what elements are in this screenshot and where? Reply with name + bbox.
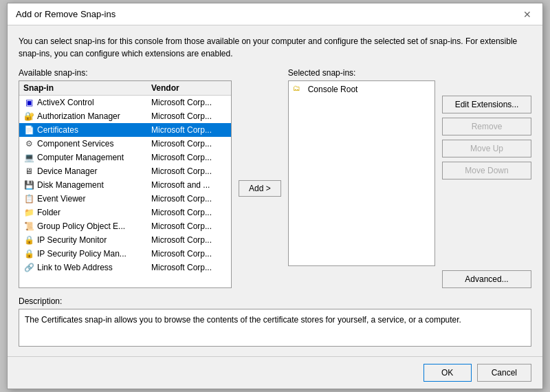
ok-button[interactable]: OK <box>424 364 472 382</box>
item-icon-component: ⚙ <box>23 138 34 149</box>
available-item[interactable]: 🔒 IP Security Policy Man... Microsoft Co… <box>19 247 231 261</box>
item-icon-ip: 🔒 <box>23 235 34 246</box>
item-name: Computer Management <box>37 153 151 162</box>
advanced-button[interactable]: Advanced... <box>442 270 531 288</box>
available-list[interactable]: Snap-in Vendor ▣ ActiveX Control Microso… <box>19 80 232 288</box>
right-section: 🗂 Console Root Edit Extensions... Remove… <box>288 80 531 266</box>
move-up-button[interactable]: Move Up <box>442 140 531 157</box>
item-vendor: Microsoft Corp... <box>151 263 227 272</box>
available-list-header: Snap-in Vendor <box>19 81 231 96</box>
item-vendor: Microsoft Corp... <box>151 153 227 162</box>
close-button[interactable]: ✕ <box>520 8 534 21</box>
available-item[interactable]: 📄 Certificates Microsoft Corp... <box>19 123 231 137</box>
description-label: Description: <box>19 296 531 306</box>
available-panel: Available snap-ins: Snap-in Vendor ▣ Act… <box>19 68 232 288</box>
dialog-title: Add or Remove Snap-ins <box>16 9 116 19</box>
header-vendor: Vendor <box>151 83 227 93</box>
advanced-row: Advanced... <box>288 270 531 288</box>
cancel-button[interactable]: Cancel <box>477 364 531 382</box>
item-name: Link to Web Address <box>37 263 151 272</box>
item-icon-ip: 🔒 <box>23 248 34 259</box>
middle-panel: Add > <box>232 68 288 288</box>
item-name: Group Policy Object E... <box>37 221 151 231</box>
available-item[interactable]: ⚙ Component Services Microsoft Corp... <box>19 137 231 151</box>
item-vendor: Microsoft Corp... <box>151 208 227 217</box>
selected-list[interactable]: 🗂 Console Root <box>288 80 435 266</box>
available-item[interactable]: 🔗 Link to Web Address Microsoft Corp... <box>19 261 231 274</box>
item-icon-auth: 🔐 <box>23 111 34 122</box>
item-name: Device Manager <box>37 166 151 176</box>
available-item[interactable]: 🖥 Device Manager Microsoft Corp... <box>19 164 231 178</box>
available-item[interactable]: 🔐 Authorization Manager Microsoft Corp..… <box>19 109 231 123</box>
item-name: IP Security Monitor <box>37 235 151 245</box>
remove-button[interactable]: Remove <box>442 118 531 135</box>
panels-row: Available snap-ins: Snap-in Vendor ▣ Act… <box>19 68 531 288</box>
selected-item-console-root[interactable]: 🗂 Console Root <box>289 81 434 98</box>
available-item[interactable]: 📁 Folder Microsoft Corp... <box>19 206 231 219</box>
item-vendor: Microsoft Corp... <box>151 166 227 176</box>
right-area: Selected snap-ins: 🗂 Console Root Edit E… <box>288 68 531 288</box>
item-vendor: Microsoft Corp... <box>151 111 227 121</box>
move-down-button[interactable]: Move Down <box>442 162 531 179</box>
item-name: Component Services <box>37 139 151 149</box>
add-button[interactable]: Add > <box>239 180 281 197</box>
intro-text: You can select snap-ins for this console… <box>19 35 531 60</box>
item-name: Authorization Manager <box>37 111 151 121</box>
item-name: Folder <box>37 208 151 217</box>
item-vendor: Microsoft Corp... <box>151 125 227 135</box>
selected-label: Selected snap-ins: <box>288 68 531 78</box>
title-bar: Add or Remove Snap-ins ✕ <box>8 3 542 25</box>
action-buttons: Edit Extensions... Remove Move Up Move D… <box>442 96 531 266</box>
item-icon-disk: 💾 <box>23 179 34 190</box>
item-vendor: Microsoft Corp... <box>151 235 227 245</box>
item-icon-group: 📜 <box>23 221 34 232</box>
item-name: Disk Management <box>37 180 151 190</box>
selected-item-name: Console Root <box>308 85 358 94</box>
item-vendor: Microsoft Corp... <box>151 98 227 107</box>
item-icon-folder: 📁 <box>23 207 34 218</box>
item-icon-activex: ▣ <box>23 97 34 108</box>
item-vendor: Microsoft Corp... <box>151 249 227 259</box>
description-box: The Certificates snap-in allows you to b… <box>19 309 531 347</box>
available-item[interactable]: 📜 Group Policy Object E... Microsoft Cor… <box>19 219 231 233</box>
item-vendor: Microsoft Corp... <box>151 139 227 149</box>
available-item[interactable]: 🔒 IP Security Monitor Microsoft Corp... <box>19 233 231 247</box>
available-item[interactable]: 📋 Event Viewer Microsoft Corp... <box>19 192 231 206</box>
dialog-footer: OK Cancel <box>8 356 542 389</box>
item-vendor: Microsoft Corp... <box>151 221 227 231</box>
edit-extensions-button[interactable]: Edit Extensions... <box>442 96 531 113</box>
item-icon-link: 🔗 <box>23 262 34 273</box>
header-snapin: Snap-in <box>23 83 151 93</box>
item-name: ActiveX Control <box>37 98 151 107</box>
available-item[interactable]: ▣ ActiveX Control Microsoft Corp... <box>19 96 231 109</box>
available-item[interactable]: 💻 Computer Management Microsoft Corp... <box>19 151 231 164</box>
available-item[interactable]: 💾 Disk Management Microsoft and ... <box>19 178 231 192</box>
item-icon-cert: 📄 <box>23 124 34 135</box>
item-icon-event: 📋 <box>23 193 34 204</box>
console-icon: 🗂 <box>293 84 304 95</box>
available-label: Available snap-ins: <box>19 68 232 78</box>
dialog-body: You can select snap-ins for this console… <box>8 25 542 356</box>
item-name: IP Security Policy Man... <box>37 249 151 259</box>
item-icon-device: 🖥 <box>23 166 34 177</box>
item-vendor: Microsoft and ... <box>151 180 227 190</box>
dialog: Add or Remove Snap-ins ✕ You can select … <box>7 3 543 389</box>
item-name: Certificates <box>37 125 151 135</box>
available-items-container: ▣ ActiveX Control Microsoft Corp... 🔐 Au… <box>19 96 231 274</box>
item-icon-computer: 💻 <box>23 152 34 163</box>
description-section: Description: The Certificates snap-in al… <box>19 296 531 347</box>
item-vendor: Microsoft Corp... <box>151 194 227 204</box>
item-name: Event Viewer <box>37 194 151 204</box>
